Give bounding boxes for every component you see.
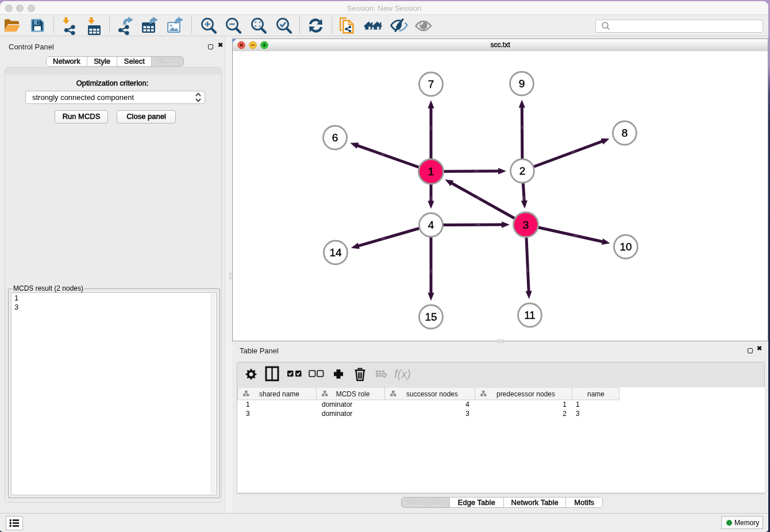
svg-text:14: 14 (329, 246, 342, 259)
svg-text:MCDS role: MCDS role (336, 390, 370, 398)
svg-text:shared name: shared name (259, 390, 299, 398)
svg-text:6: 6 (332, 132, 338, 144)
svg-text:4: 4 (428, 219, 434, 231)
svg-text:15: 15 (425, 311, 437, 323)
svg-text:3: 3 (576, 410, 580, 418)
svg-text:dominator: dominator (322, 400, 352, 408)
svg-text:7: 7 (428, 78, 434, 90)
svg-text:1: 1 (246, 400, 250, 408)
svg-text:predecessor nodes: predecessor nodes (496, 390, 555, 398)
svg-text:2: 2 (563, 410, 567, 418)
svg-text:f(x): f(x) (394, 368, 411, 380)
svg-text:8: 8 (622, 127, 628, 139)
svg-text:2: 2 (519, 165, 526, 177)
svg-text:4: 4 (465, 400, 469, 408)
svg-text:successor nodes: successor nodes (406, 390, 458, 398)
svg-text:name: name (587, 390, 605, 398)
svg-text:dominator: dominator (322, 410, 352, 418)
svg-text:1: 1 (563, 400, 567, 408)
svg-text:3: 3 (246, 410, 250, 418)
svg-text:1: 1 (576, 400, 580, 408)
svg-text:3: 3 (523, 219, 529, 231)
svg-text:3: 3 (465, 410, 469, 418)
svg-text:11: 11 (524, 309, 536, 321)
svg-text:1: 1 (428, 165, 434, 178)
svg-text:10: 10 (619, 241, 632, 253)
svg-text:9: 9 (519, 78, 525, 90)
